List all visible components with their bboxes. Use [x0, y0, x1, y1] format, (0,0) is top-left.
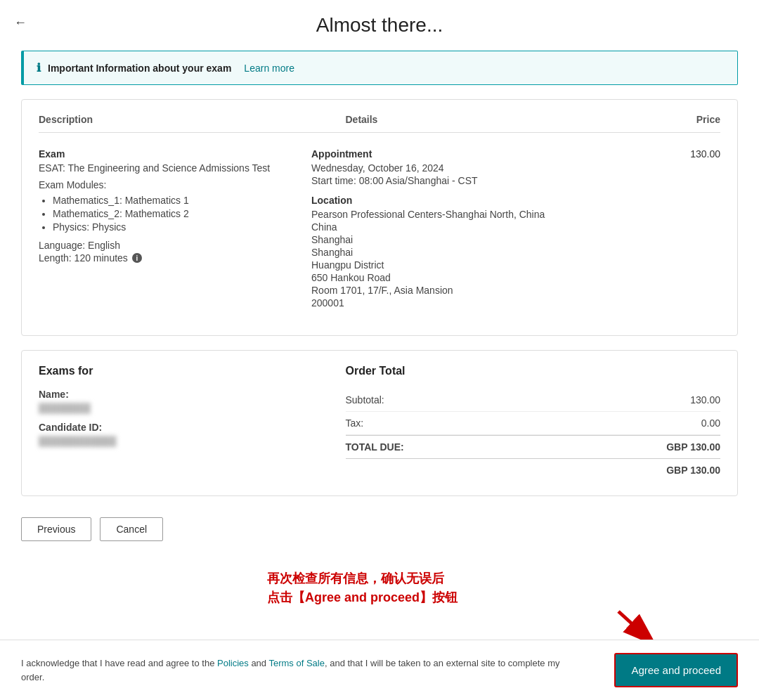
price-column: 130.00 — [639, 148, 720, 317]
footer-bar: I acknowledge that I have read and agree… — [0, 640, 759, 700]
modules-list: Mathematics_1: Mathematics 1 Mathematics… — [39, 195, 311, 233]
modules-title: Exam Modules: — [39, 179, 311, 190]
description-column: Exam ESAT: The Engineering and Science A… — [39, 148, 311, 317]
appointment-time: Start time: 08:00 Asia/Shanghai - CST — [311, 175, 639, 186]
subtotal-line: Subtotal: 130.00 — [346, 389, 721, 412]
final-total-value: GBP 130.00 — [666, 465, 720, 476]
location-line-5: Huangpu District — [311, 259, 639, 271]
location-section: Location Pearson Professional Centers-Sh… — [311, 195, 639, 309]
col-details-header: Details — [346, 114, 618, 125]
banner-text: Important Information about your exam — [48, 63, 231, 74]
agree-and-proceed-button[interactable]: Agree and proceed — [614, 653, 738, 687]
order-table-header: Description Details Price — [39, 114, 720, 133]
footer-text-before: I acknowledge that I have read and agree… — [21, 658, 217, 668]
annotation-line-2: 点击【Agree and proceed】按钮 — [267, 588, 458, 607]
subtotal-label: Subtotal: — [346, 394, 384, 406]
location-line-2: China — [311, 221, 639, 233]
location-line-4: Shanghai — [311, 247, 639, 258]
order-card: Description Details Price Exam ESAT: The… — [21, 99, 738, 336]
order-total-title: Order Total — [346, 365, 721, 377]
exam-label: Exam — [39, 148, 311, 160]
subtotal-value: 130.00 — [690, 394, 720, 406]
tax-value: 0.00 — [701, 417, 720, 429]
cancel-button[interactable]: Cancel — [100, 517, 163, 541]
page-header: ← Almost there... — [0, 0, 759, 44]
order-row: Exam ESAT: The Engineering and Science A… — [39, 144, 720, 321]
footer-text-between: and — [249, 658, 269, 668]
final-total-line: GBP 130.00 — [346, 459, 721, 481]
back-button[interactable]: ← — [14, 15, 27, 30]
length: Length: 120 minutes i — [39, 252, 311, 264]
appointment-date: Wednesday, October 16, 2024 — [311, 162, 639, 174]
appointment-label: Appointment — [311, 148, 639, 160]
length-info-icon: i — [132, 253, 142, 263]
main-content: ℹ Important Information about your exam … — [0, 44, 759, 552]
footer-text: I acknowledge that I have read and agree… — [21, 656, 569, 684]
total-due-line: TOTAL DUE: GBP 130.00 — [346, 435, 721, 459]
exam-price: 130.00 — [690, 148, 720, 160]
location-line-8: 200001 — [311, 297, 639, 309]
location-line-7: Room 1701, 17/F., Asia Mansion — [311, 285, 639, 296]
summary-section: Exams for Name: ████████ Candidate ID: █… — [21, 350, 738, 496]
total-due-label: TOTAL DUE: — [346, 441, 404, 453]
language: Language: English — [39, 240, 311, 251]
location-line-6: 650 Hankou Road — [311, 272, 639, 283]
info-banner: ℹ Important Information about your exam … — [21, 51, 738, 85]
col-description-header: Description — [39, 114, 311, 125]
col-price-header: Price — [652, 114, 720, 125]
total-due-value: GBP 130.00 — [666, 441, 720, 453]
exams-for-column: Exams for Name: ████████ Candidate ID: █… — [39, 365, 346, 481]
previous-button[interactable]: Previous — [21, 517, 91, 541]
policies-link[interactable]: Policies — [217, 658, 249, 668]
buttons-row: Previous Cancel — [21, 510, 738, 552]
summary-grid: Exams for Name: ████████ Candidate ID: █… — [39, 365, 720, 481]
annotation-line-1: 再次检查所有信息，确认无误后 — [267, 569, 458, 588]
tax-line: Tax: 0.00 — [346, 412, 721, 435]
appointment-section: Appointment Wednesday, October 16, 2024 … — [311, 148, 639, 186]
exam-name: ESAT: The Engineering and Science Admiss… — [39, 162, 311, 174]
name-value: ████████ — [39, 403, 346, 413]
details-column: Appointment Wednesday, October 16, 2024 … — [311, 148, 639, 317]
tax-label: Tax: — [346, 417, 364, 429]
candidate-id-value: ████████████ — [39, 436, 346, 446]
exams-for-title: Exams for — [39, 365, 346, 377]
location-label: Location — [311, 195, 639, 206]
learn-more-link[interactable]: Learn more — [244, 63, 294, 74]
terms-link[interactable]: Terms of Sale — [268, 658, 324, 668]
location-line-3: Shanghai — [311, 234, 639, 245]
order-total-column: Order Total Subtotal: 130.00 Tax: 0.00 T… — [346, 365, 721, 481]
module-item: Mathematics_2: Mathematics 2 — [53, 208, 311, 219]
location-line-1: Pearson Professional Centers-Shanghai No… — [311, 209, 639, 220]
annotation-block: 再次检查所有信息，确认无误后 点击【Agree and proceed】按钮 — [267, 569, 458, 607]
name-label: Name: — [39, 389, 346, 400]
page-title: Almost there... — [316, 14, 443, 37]
info-icon: ℹ — [37, 61, 41, 74]
module-item: Physics: Physics — [53, 221, 311, 233]
candidate-id-label: Candidate ID: — [39, 422, 346, 433]
module-item: Mathematics_1: Mathematics 1 — [53, 195, 311, 206]
